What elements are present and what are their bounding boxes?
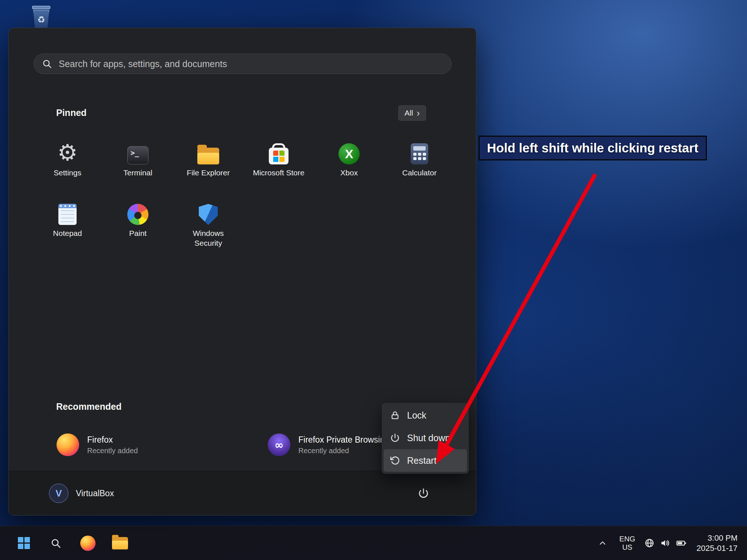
pinned-app-paint[interactable]: Paint	[111, 202, 165, 248]
power-menu-lock[interactable]: Lock	[384, 404, 467, 427]
recommended-subtitle: Recently added	[87, 447, 138, 455]
language-line1: ENG	[619, 535, 635, 543]
paint-palette-icon	[127, 204, 148, 225]
xbox-icon: X	[338, 143, 360, 164]
network-globe-icon	[645, 538, 654, 548]
power-menu-shut-down[interactable]: Shut down	[384, 427, 467, 449]
taskbar-clock[interactable]: 3:00 PM 2025-01-17	[696, 533, 738, 553]
language-line2: US	[619, 543, 635, 552]
security-shield-icon	[199, 204, 218, 225]
app-label: Microsoft Store	[253, 168, 304, 178]
taskbar-firefox-button[interactable]	[77, 533, 98, 554]
taskbar-search-button[interactable]	[45, 533, 66, 554]
all-button-label: All	[405, 109, 413, 117]
user-avatar: V	[49, 483, 69, 503]
microsoft-store-bag-icon	[269, 148, 289, 164]
firefox-icon	[80, 536, 96, 551]
app-label: File Explorer	[187, 168, 230, 178]
file-explorer-folder-icon	[112, 537, 128, 549]
firefox-private-icon: ∞	[268, 433, 290, 456]
clock-date: 2025-01-17	[696, 543, 738, 553]
pinned-header: Pinned	[56, 108, 86, 118]
pinned-app-windows-security[interactable]: Windows Security	[181, 202, 236, 248]
settings-gear-icon: ⚙	[57, 141, 78, 164]
pinned-app-microsoft-store[interactable]: Microsoft Store	[251, 141, 306, 178]
app-label: Paint	[129, 229, 147, 238]
app-label: Calculator	[402, 168, 437, 178]
taskbar-app-buttons	[0, 533, 131, 554]
power-button[interactable]	[414, 484, 433, 502]
windows-logo-icon	[18, 537, 30, 549]
power-menu-label: Lock	[407, 410, 426, 421]
avatar-initial: V	[55, 488, 62, 499]
file-explorer-folder-icon	[197, 148, 219, 164]
search-icon	[42, 59, 52, 69]
annotation-tooltip: Hold left shift while clicking restart	[479, 136, 707, 160]
language-indicator[interactable]: ENG US	[619, 535, 635, 552]
system-tray: ENG US 3:00 PM 2025-01-17	[595, 533, 747, 554]
terminal-prompt-glyph: >_	[131, 149, 139, 157]
taskbar: ENG US 3:00 PM 2025-01-17	[0, 526, 747, 560]
notepad-icon	[58, 204, 77, 225]
recycle-symbol-icon: ♻	[37, 15, 45, 25]
chevron-right-icon: ›	[417, 108, 420, 118]
terminal-icon: >_	[127, 146, 148, 164]
recommended-title: Firefox Private Browsing	[298, 435, 389, 445]
lock-icon	[390, 410, 400, 420]
clock-time: 3:00 PM	[696, 533, 738, 543]
start-menu-footer: V VirtualBox	[9, 471, 476, 515]
search-input[interactable]	[59, 59, 443, 69]
battery-icon	[676, 538, 687, 548]
power-menu-label: Restart	[407, 455, 437, 466]
restart-icon	[390, 455, 400, 466]
start-button[interactable]	[13, 533, 34, 554]
power-menu-label: Shut down	[407, 433, 450, 443]
app-label: Terminal	[123, 168, 152, 178]
pinned-app-calculator[interactable]: Calculator	[392, 141, 447, 178]
chevron-up-icon	[598, 538, 607, 548]
volume-icon	[660, 538, 670, 548]
app-label: Xbox	[340, 168, 358, 178]
recommended-title: Firefox	[87, 435, 138, 445]
pinned-app-file-explorer[interactable]: File Explorer	[181, 141, 236, 178]
recommended-header: Recommended	[56, 401, 121, 412]
user-name: VirtualBox	[76, 489, 114, 498]
recycle-bin-lid	[32, 6, 50, 9]
firefox-icon	[57, 433, 79, 456]
xbox-x-glyph: X	[345, 147, 353, 161]
pinned-app-settings[interactable]: ⚙ Settings	[40, 141, 95, 178]
calculator-icon	[411, 143, 428, 164]
desktop: { "desktop": { "recycle_bin_label": "Rec…	[0, 0, 747, 560]
pinned-app-notepad[interactable]: Notepad	[40, 202, 95, 248]
recommended-item-firefox[interactable]: Firefox Recently added	[57, 433, 261, 456]
app-label: Settings	[54, 168, 81, 178]
power-flyout-menu: Lock Shut down Restart	[382, 402, 469, 474]
app-label: Windows Security	[181, 229, 236, 248]
all-apps-button[interactable]: All ›	[398, 105, 426, 121]
app-label: Notepad	[53, 229, 82, 238]
power-menu-restart[interactable]: Restart	[384, 449, 467, 472]
pinned-app-xbox[interactable]: X Xbox	[322, 141, 376, 178]
search-icon	[50, 538, 61, 549]
user-profile-button[interactable]: V VirtualBox	[49, 471, 114, 516]
shutdown-power-icon	[390, 433, 400, 443]
recommended-subtitle: Recently added	[298, 447, 389, 455]
recycle-bin-body: ♻	[33, 10, 49, 30]
pinned-app-grid: ⚙ Settings >_ Terminal File Explorer Mic…	[40, 141, 447, 248]
taskbar-file-explorer-button[interactable]	[109, 533, 131, 554]
mask-glyph: ∞	[275, 439, 284, 451]
tray-status-icons[interactable]	[645, 538, 687, 548]
search-bar[interactable]	[34, 54, 452, 74]
tray-overflow-button[interactable]	[595, 533, 610, 554]
pinned-app-terminal[interactable]: >_ Terminal	[111, 141, 165, 178]
power-icon	[418, 487, 429, 499]
